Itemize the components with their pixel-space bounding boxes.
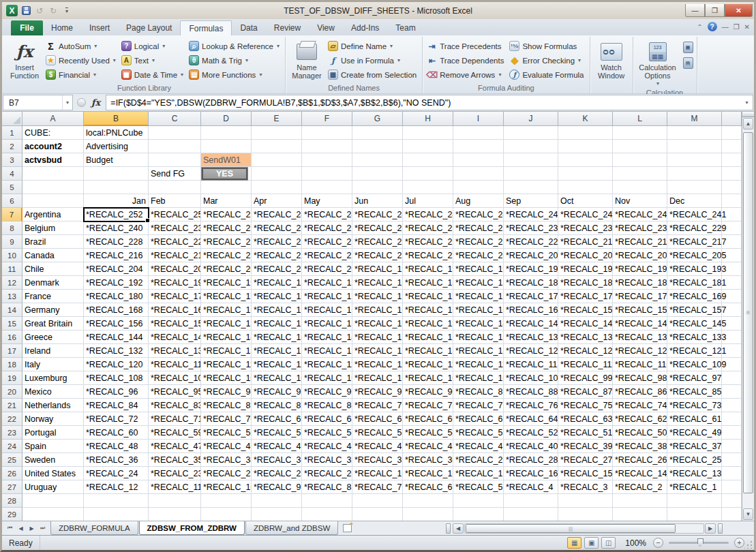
cell-K9[interactable]: *RECALC_219 xyxy=(558,235,613,249)
cell-K22[interactable]: *RECALC_63 xyxy=(558,412,613,426)
ribbon-tab-insert[interactable]: Insert xyxy=(81,20,118,35)
cell-H23[interactable]: *RECALC_54 xyxy=(403,426,453,440)
cell-F27[interactable]: *RECALC_8 xyxy=(302,480,352,494)
cell-M27[interactable]: *RECALC_1 xyxy=(667,480,722,494)
cell-I11[interactable]: *RECALC_197 xyxy=(453,262,504,276)
cell-K7[interactable]: *RECALC_243 xyxy=(558,208,613,221)
cell-E27[interactable]: *RECALC_9 xyxy=(252,480,302,494)
cell-A22[interactable]: Norway xyxy=(22,412,84,426)
cell-K27[interactable]: *RECALC_3 xyxy=(558,480,613,494)
cell-D27[interactable]: *RECALC_10 xyxy=(201,480,252,494)
text-button[interactable]: Text▾ xyxy=(119,53,187,67)
cell-G21[interactable]: *RECALC_79 xyxy=(352,399,403,412)
zoom-level[interactable]: 100% xyxy=(625,538,646,548)
normal-view-button[interactable]: ▦ xyxy=(567,537,581,549)
cell-E3[interactable] xyxy=(252,153,302,167)
expand-formula-bar-icon[interactable]: ▾ xyxy=(741,95,753,110)
cell-M11[interactable]: *RECALC_193 xyxy=(667,262,722,276)
cell-L16[interactable]: *RECALC_134 xyxy=(613,331,667,344)
cell-C7[interactable]: *RECALC_251 xyxy=(149,208,201,221)
define-name-button[interactable]: Define Name▾ xyxy=(326,39,420,53)
cell-K3[interactable] xyxy=(558,153,613,167)
scroll-right-icon[interactable]: ▶ xyxy=(705,523,716,534)
cell-C11[interactable]: *RECALC_203 xyxy=(149,262,201,276)
row-header-7[interactable]: 7 xyxy=(2,208,22,221)
cell-H13[interactable]: *RECALC_174 xyxy=(403,290,453,303)
column-header-K[interactable]: K xyxy=(558,112,613,126)
cell-H22[interactable]: *RECALC_66 xyxy=(403,412,453,426)
cell-M20[interactable]: *RECALC_85 xyxy=(667,385,722,399)
cell-A4[interactable] xyxy=(22,167,84,181)
next-sheet-icon[interactable]: ▶ xyxy=(27,523,37,534)
cell-L2[interactable] xyxy=(613,140,667,153)
cell-J21[interactable]: *RECALC_76 xyxy=(504,399,558,412)
column-header-D[interactable]: D xyxy=(201,112,252,126)
ribbon-tab-formulas[interactable]: Formulas xyxy=(180,20,232,35)
cell-M19[interactable]: *RECALC_97 xyxy=(667,371,722,385)
cell-B24[interactable]: *RECALC_48 xyxy=(84,440,149,453)
cell-F28[interactable] xyxy=(302,494,352,508)
column-header-A[interactable]: A xyxy=(22,112,84,126)
cell-H4[interactable] xyxy=(403,167,453,181)
cell-G25[interactable]: *RECALC_31 xyxy=(352,453,403,467)
cell-E18[interactable]: *RECALC_117 xyxy=(252,358,302,371)
cell-C22[interactable]: *RECALC_71 xyxy=(149,412,201,426)
cell-J12[interactable]: *RECALC_184 xyxy=(504,276,558,290)
cell-A27[interactable]: Uruguay xyxy=(22,480,84,494)
cell-C13[interactable]: *RECALC_179 xyxy=(149,290,201,303)
cell-C14[interactable]: *RECALC_167 xyxy=(149,303,201,317)
ribbon-tab-page-layout[interactable]: Page Layout xyxy=(118,20,180,35)
help-icon[interactable]: ? xyxy=(708,22,717,31)
cell-J10[interactable]: *RECALC_208 xyxy=(504,249,558,262)
zoom-slider-thumb[interactable] xyxy=(697,538,704,547)
cell-B5[interactable] xyxy=(84,181,149,194)
cell-C29[interactable] xyxy=(149,508,201,521)
cell-I14[interactable]: *RECALC_161 xyxy=(453,303,504,317)
page-break-view-button[interactable]: ◫ xyxy=(601,537,616,549)
cell-H1[interactable] xyxy=(403,126,453,140)
cell-E21[interactable]: *RECALC_81 xyxy=(252,399,302,412)
logical-button[interactable]: Logical▾ xyxy=(119,39,187,53)
cell-K10[interactable]: *RECALC_207 xyxy=(558,249,613,262)
cell-B21[interactable]: *RECALC_84 xyxy=(84,399,149,412)
cell-F24[interactable]: *RECALC_44 xyxy=(302,440,352,453)
cell-E16[interactable]: *RECALC_141 xyxy=(252,331,302,344)
row-header-27[interactable]: 27 xyxy=(2,480,22,494)
cell-E22[interactable]: *RECALC_69 xyxy=(252,412,302,426)
cell-H17[interactable]: *RECALC_126 xyxy=(403,344,453,358)
cell-A12[interactable]: Denmark xyxy=(22,276,84,290)
cell-A6[interactable] xyxy=(22,194,84,208)
cell-L14[interactable]: *RECALC_158 xyxy=(613,303,667,317)
cell-D3[interactable]: SendW01 xyxy=(201,153,252,167)
cell-F12[interactable]: *RECALC_188 xyxy=(302,276,352,290)
column-header-L[interactable]: L xyxy=(613,112,667,126)
collapse-ribbon-icon[interactable]: ⌃ xyxy=(697,23,702,31)
cell-F18[interactable]: *RECALC_116 xyxy=(302,358,352,371)
cell-A9[interactable]: Brazil xyxy=(22,235,84,249)
row-header-8[interactable]: 8 xyxy=(2,221,22,235)
cell-M25[interactable]: *RECALC_25 xyxy=(667,453,722,467)
cell-K26[interactable]: *RECALC_15 xyxy=(558,467,613,480)
cell-I27[interactable]: *RECALC_5 xyxy=(453,480,504,494)
cell-J3[interactable] xyxy=(504,153,558,167)
cell-L19[interactable]: *RECALC_98 xyxy=(613,371,667,385)
cell-F6[interactable]: May xyxy=(302,194,352,208)
cell-H11[interactable]: *RECALC_198 xyxy=(403,262,453,276)
cell-A24[interactable]: Spain xyxy=(22,440,84,453)
row-header-28[interactable]: 28 xyxy=(2,494,22,508)
cell-J1[interactable] xyxy=(504,126,558,140)
cell-D8[interactable]: *RECALC_238 xyxy=(201,221,252,235)
cell-L24[interactable]: *RECALC_38 xyxy=(613,440,667,453)
cell-J5[interactable] xyxy=(504,181,558,194)
cell-K2[interactable] xyxy=(558,140,613,153)
cell-G2[interactable] xyxy=(352,140,403,153)
cell-C28[interactable] xyxy=(149,494,201,508)
cell-B25[interactable]: *RECALC_36 xyxy=(84,453,149,467)
cell-C24[interactable]: *RECALC_47 xyxy=(149,440,201,453)
cell-I21[interactable]: *RECALC_77 xyxy=(453,399,504,412)
cell-D9[interactable]: *RECALC_226 xyxy=(201,235,252,249)
cell-A18[interactable]: Italy xyxy=(22,358,84,371)
row-header-19[interactable]: 19 xyxy=(2,371,22,385)
cell-K23[interactable]: *RECALC_51 xyxy=(558,426,613,440)
cell-E6[interactable]: Apr xyxy=(252,194,302,208)
